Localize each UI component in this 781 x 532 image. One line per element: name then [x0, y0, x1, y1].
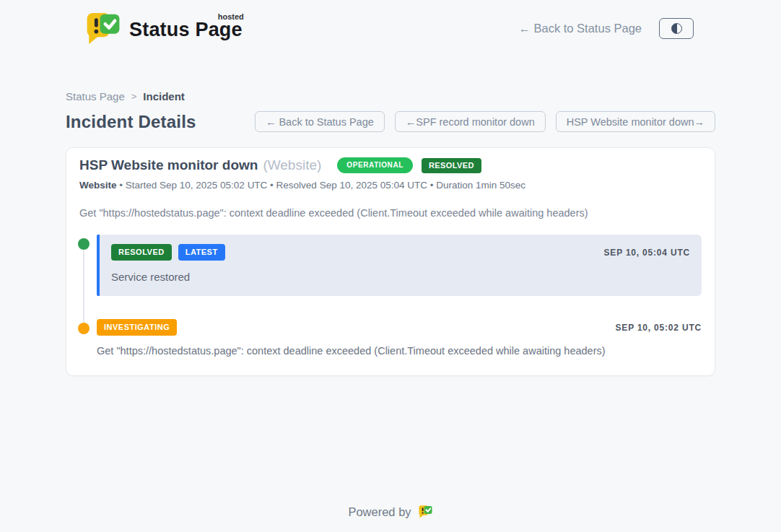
- update-latest-badge: LATEST: [178, 244, 225, 261]
- footer-logo-icon: [418, 505, 433, 519]
- page-title: Incident Details: [66, 112, 196, 132]
- operational-status-badge: OPERATIONAL: [337, 157, 413, 173]
- update-resolved-badge: RESOLVED: [111, 244, 172, 261]
- update-badge-row: INVESTIGATING SEP 10, 05:02 UTC: [97, 319, 702, 336]
- timeline-connector-line: [83, 251, 84, 325]
- breadcrumb-separator: >: [131, 91, 137, 102]
- update-badge-row: RESOLVED LATEST SEP 10, 05:04 UTC: [111, 244, 690, 261]
- next-incident-button[interactable]: HSP Website monitor down→: [556, 111, 715, 132]
- brand-text: Status Page: [129, 19, 243, 40]
- title-row: Incident Details ← Back to Status Page ←…: [66, 111, 715, 132]
- powered-by-label: Powered by: [348, 505, 411, 519]
- update-message: Service restored: [111, 271, 690, 283]
- header-actions: ← Back to Status Page: [518, 18, 694, 39]
- back-to-status-page-button[interactable]: ← Back to Status Page: [255, 111, 385, 132]
- incident-meta-component: Website: [79, 180, 117, 191]
- resolved-status-badge: RESOLVED: [422, 158, 481, 173]
- timeline-entry-resolved: RESOLVED LATEST SEP 10, 05:04 UTC Servic…: [79, 235, 702, 296]
- incident-timeline: RESOLVED LATEST SEP 10, 05:04 UTC Servic…: [79, 235, 702, 357]
- investigating-update: INVESTIGATING SEP 10, 05:02 UTC Get "htt…: [97, 319, 702, 357]
- latest-update-box: RESOLVED LATEST SEP 10, 05:04 UTC Servic…: [97, 235, 702, 296]
- contrast-half-circle-icon: [671, 23, 682, 34]
- page-footer: Powered by © 2025-10-08 14:10:34.772084 …: [66, 505, 715, 532]
- breadcrumb-current-incident: Incident: [143, 90, 185, 103]
- main-content: Status Page > Incident Incident Details …: [66, 90, 715, 532]
- incident-description: Get "https://hostedstatus.page": context…: [79, 207, 702, 219]
- update-timestamp: SEP 10, 05:04 UTC: [604, 248, 690, 258]
- logo[interactable]: hosted Status Page: [84, 12, 243, 45]
- powered-by-link[interactable]: Powered by: [348, 505, 432, 519]
- site-header: hosted Status Page ← Back to Status Page: [0, 0, 781, 45]
- incident-meta: Website • Started Sep 10, 2025 05:02 UTC…: [79, 180, 702, 191]
- investigating-status-dot-icon: [78, 323, 90, 334]
- incident-component: (Website): [263, 157, 321, 173]
- theme-toggle-button[interactable]: [659, 18, 694, 39]
- incident-card: HSP Website monitor down (Website) OPERA…: [66, 147, 715, 376]
- breadcrumb: Status Page > Incident: [66, 90, 715, 103]
- back-to-status-page-link[interactable]: ← Back to Status Page: [518, 22, 642, 35]
- brand-wrap: hosted Status Page: [129, 12, 243, 41]
- incident-title: HSP Website monitor down: [79, 157, 258, 173]
- update-message: Get "https://hostedstatus.page": context…: [97, 345, 702, 357]
- prev-incident-button[interactable]: ←SPF record monitor down: [395, 111, 546, 132]
- incident-nav-buttons: ← Back to Status Page ←SPF record monito…: [255, 111, 715, 132]
- update-investigating-badge: INVESTIGATING: [97, 319, 177, 336]
- resolved-status-dot-icon: [78, 238, 90, 250]
- breadcrumb-status-page-link[interactable]: Status Page: [66, 90, 125, 103]
- incident-meta-details: • Started Sep 10, 2025 05:02 UTC • Resol…: [117, 180, 526, 191]
- status-page-logo-icon: [84, 12, 122, 45]
- brand-superscript: hosted: [218, 12, 244, 21]
- update-timestamp: SEP 10, 05:02 UTC: [616, 323, 702, 333]
- timeline-entry-investigating: INVESTIGATING SEP 10, 05:02 UTC Get "htt…: [79, 319, 702, 357]
- incident-title-row: HSP Website monitor down (Website) OPERA…: [79, 157, 702, 173]
